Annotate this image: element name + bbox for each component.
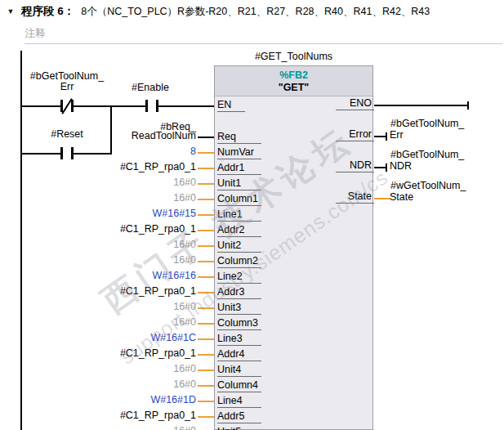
rung-wire bbox=[112, 105, 145, 107]
input-operand-value[interactable]: W#16#1D bbox=[25, 394, 196, 406]
input-row: 16#0 Unit1 bbox=[25, 175, 377, 190]
output-operand-line1[interactable]: #wGetToolNum_ bbox=[390, 180, 466, 191]
input-pin-label[interactable]: Unit5 bbox=[217, 426, 261, 430]
input-pin-label[interactable]: Line1 bbox=[217, 208, 261, 222]
input-operand-value[interactable]: 16#0 bbox=[25, 425, 196, 430]
input-operand-value[interactable]: ReadToolNum#bReq_ bbox=[25, 130, 196, 142]
input-pin-label[interactable]: Addr5 bbox=[217, 410, 261, 423]
input-pin-wire bbox=[198, 338, 214, 340]
input-operand-value[interactable]: 16#0 bbox=[25, 301, 196, 313]
input-operand-value[interactable]: 8 bbox=[25, 146, 196, 158]
input-row: ReadToolNum#bReq_ Req bbox=[25, 128, 377, 144]
output-row: ENO bbox=[374, 90, 503, 121]
input-pin-label[interactable]: Unit2 bbox=[217, 240, 261, 253]
input-row: 16#0 Unit5 bbox=[25, 423, 377, 430]
comment-row[interactable]: 注释 bbox=[25, 25, 502, 44]
comment-placeholder[interactable]: 注释 bbox=[25, 27, 46, 39]
input-pin-wire bbox=[198, 137, 214, 138]
input-pin-label[interactable]: Unit4 bbox=[217, 364, 261, 377]
input-pin-wire bbox=[198, 370, 214, 371]
input-operand-value[interactable]: 16#0 bbox=[25, 316, 196, 329]
input-operand-value[interactable]: #C1_RP_rpa0_1 bbox=[25, 347, 196, 360]
input-pin-label[interactable]: NumVar bbox=[217, 146, 261, 159]
input-pin-label[interactable]: Line2 bbox=[217, 271, 261, 284]
input-operand-value[interactable]: #C1_RP_rpa0_1 bbox=[25, 223, 196, 235]
input-row: #C1_RP_rpa0_1 Addr1 bbox=[25, 159, 377, 175]
input-pin-label[interactable]: Addr4 bbox=[217, 348, 261, 361]
input-row: W#16#1C Line3 bbox=[25, 330, 377, 346]
input-pin-label[interactable]: Column4 bbox=[217, 379, 261, 392]
input-pin-label[interactable]: Column3 bbox=[217, 317, 261, 330]
output-pin-label[interactable]: State bbox=[336, 190, 374, 204]
input-pin-wire bbox=[198, 292, 214, 293]
input-pin-wire bbox=[198, 401, 214, 402]
input-pin-label[interactable]: Column2 bbox=[217, 255, 261, 268]
output-operand-line1[interactable]: #bGetToolNum_ bbox=[390, 118, 464, 129]
input-pin-wire bbox=[198, 152, 214, 154]
rung-wire bbox=[74, 105, 112, 107]
collapse-arrow-icon[interactable]: ▼ bbox=[0, 7, 21, 16]
input-pin-label[interactable]: Req bbox=[217, 131, 261, 144]
fb-address: %FB2 bbox=[215, 69, 372, 82]
input-pin-wire bbox=[198, 276, 214, 278]
input-pin-label[interactable]: Addr1 bbox=[217, 162, 261, 175]
input-operand-value[interactable]: 16#0 bbox=[25, 363, 196, 375]
input-pin-label[interactable]: Addr2 bbox=[217, 224, 261, 237]
input-operand-value[interactable]: #C1_RP_rpa0_1 bbox=[25, 161, 196, 173]
input-operand-value-line1[interactable]: #bReq_ bbox=[160, 121, 196, 133]
fb-block-header: %FB2 "GET" bbox=[215, 66, 372, 96]
lad-editor-network: ▼ 程序段 6： 8个（NC_TO_PLC）R参数-R20、R21、R27、R2… bbox=[0, 0, 504, 430]
input-operand-value[interactable]: #C1_RP_rpa0_1 bbox=[25, 410, 196, 422]
input-pin-wire bbox=[198, 307, 214, 309]
output-row: NDR #bGetToolNum_ NDR bbox=[374, 152, 503, 183]
input-pin-label[interactable]: Unit3 bbox=[217, 302, 261, 315]
output-row: State #wGetToolNum_ State bbox=[374, 183, 503, 214]
input-row: 16#0 Unit2 bbox=[25, 237, 377, 253]
input-operand-value[interactable]: W#16#1C bbox=[25, 332, 196, 344]
input-row: W#16#15 Line1 bbox=[25, 206, 377, 222]
output-row: Error #bGetToolNum_ Err bbox=[374, 121, 503, 152]
input-pin-wire bbox=[198, 214, 214, 216]
fb-instance-name[interactable]: #GET_ToolNums bbox=[214, 51, 373, 62]
input-operand-value[interactable]: 16#0 bbox=[25, 192, 196, 204]
input-pin-wire bbox=[198, 354, 214, 356]
output-pin-label[interactable]: Error bbox=[336, 128, 374, 141]
output-operand-line2[interactable]: Err bbox=[390, 129, 404, 141]
input-row: 16#0 Column3 bbox=[25, 315, 377, 330]
input-pin-label[interactable]: Column1 bbox=[217, 193, 261, 206]
input-operand-value[interactable]: 16#0 bbox=[25, 239, 196, 251]
output-operand-line1[interactable]: #bGetToolNum_ bbox=[390, 149, 464, 160]
no-contact-enable[interactable] bbox=[145, 100, 148, 112]
network-header: ▼ 程序段 6： 8个（NC_TO_PLC）R参数-R20、R21、R27、R2… bbox=[0, 0, 504, 23]
fb-type-name: "GET" bbox=[215, 82, 372, 94]
input-pin-label[interactable]: Unit1 bbox=[217, 177, 261, 190]
contact-enable-label[interactable]: #Enable bbox=[108, 83, 193, 93]
input-operand-value[interactable]: 16#0 bbox=[25, 378, 196, 391]
input-pin-label[interactable]: Line3 bbox=[217, 333, 261, 346]
wire-end-tick bbox=[467, 101, 469, 110]
block-output-rows: ENO Error #bGetToolNum_ Err NDR #bGetToo… bbox=[374, 90, 503, 214]
input-pin-wire bbox=[198, 183, 214, 185]
block-input-rows: ReadToolNum#bReq_ Req 8 NumVar #C1_RP_rp… bbox=[25, 128, 377, 430]
input-pin-wire bbox=[198, 416, 214, 418]
output-pin-label[interactable]: ENO bbox=[336, 97, 374, 110]
input-pin-wire bbox=[198, 323, 214, 325]
network-title[interactable]: 程序段 6： bbox=[21, 4, 74, 19]
contact-err-label-line2[interactable]: Err bbox=[15, 82, 119, 92]
input-operand-value[interactable]: #C1_RP_rpa0_1 bbox=[25, 285, 196, 298]
en-pin-label[interactable]: EN bbox=[217, 99, 245, 112]
input-pin-label[interactable]: Line4 bbox=[217, 395, 261, 408]
input-operand-value[interactable]: W#16#15 bbox=[25, 208, 196, 220]
input-operand-value[interactable]: W#16#16 bbox=[25, 270, 196, 282]
output-operand-line2[interactable]: NDR bbox=[390, 160, 412, 172]
output-operand-line2[interactable]: State bbox=[390, 191, 413, 203]
output-pin-label[interactable]: NDR bbox=[336, 159, 374, 172]
rung-wire bbox=[158, 105, 214, 107]
input-row: W#16#16 Line2 bbox=[25, 268, 377, 284]
input-operand-value[interactable]: 16#0 bbox=[25, 254, 196, 267]
input-pin-label[interactable]: Addr3 bbox=[217, 286, 261, 299]
input-pin-wire bbox=[198, 199, 214, 200]
input-row: 16#0 Unit4 bbox=[25, 361, 377, 377]
input-row: W#16#1D Line4 bbox=[25, 392, 377, 408]
input-operand-value[interactable]: 16#0 bbox=[25, 177, 196, 189]
